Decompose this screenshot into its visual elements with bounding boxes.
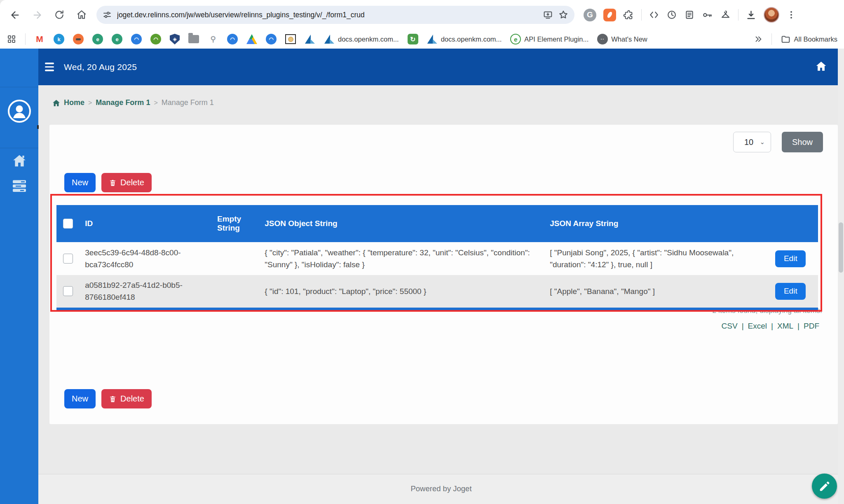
- breadcrumb-home-icon[interactable]: [52, 99, 60, 107]
- row-checkbox[interactable]: [63, 286, 73, 296]
- export-pdf-link[interactable]: PDF: [804, 322, 819, 331]
- bookmark-api-element-plugin[interactable]: e API Element Plugin...: [510, 34, 588, 44]
- show-button[interactable]: Show: [782, 132, 823, 152]
- green-swirl-icon: e: [92, 34, 103, 44]
- sidebar-user-avatar[interactable]: [7, 99, 31, 125]
- forward-button[interactable]: [27, 5, 47, 25]
- grey-folder-icon: [188, 35, 199, 43]
- grey-glyph-icon: ⚲: [208, 34, 218, 44]
- export-csv-link[interactable]: CSV: [722, 322, 738, 331]
- cell-id: a0581b92-27a5-41d2-b0b5-8766180ef418: [79, 275, 211, 309]
- bookmarks-overflow-button[interactable]: [754, 35, 763, 44]
- folder-icon: [781, 34, 791, 44]
- bookmark-grey-site[interactable]: ⚲: [208, 34, 218, 44]
- apps-grid-icon[interactable]: [7, 34, 16, 44]
- recycle-icon: ↻: [408, 34, 418, 44]
- page-size-select[interactable]: 10 ⌄: [733, 132, 771, 152]
- bookmark-kibana[interactable]: k: [54, 34, 64, 44]
- toolbar-separator: [641, 9, 642, 21]
- install-icon[interactable]: [543, 10, 553, 20]
- bookmark-green-square[interactable]: ↻: [408, 34, 418, 44]
- crud-table: ID Empty String JSON Object String JSON …: [56, 205, 818, 310]
- forward-icon: [32, 9, 43, 21]
- header-home-icon: [816, 61, 827, 71]
- bookmark-green-site-3[interactable]: ◠: [150, 34, 161, 44]
- history-icon[interactable]: [666, 9, 677, 20]
- url-text[interactable]: joget.dev.relinns.com/jw/web/userview/re…: [117, 11, 538, 19]
- bookmark-blue-site-1[interactable]: ◠: [131, 34, 142, 44]
- orange-extension-icon[interactable]: [603, 9, 616, 21]
- all-bookmarks-button[interactable]: All Bookmarks: [781, 34, 837, 44]
- grammarly-extension-icon[interactable]: G: [584, 9, 596, 21]
- select-all-checkbox[interactable]: [63, 219, 73, 229]
- bookmark-blue-site-2[interactable]: ◠: [227, 34, 238, 44]
- edit-button[interactable]: Edit: [775, 283, 806, 300]
- blue-swirl-icon: ◠: [266, 34, 277, 44]
- breadcrumb: Home > Manage Form 1 > Manage Form 1: [52, 98, 214, 107]
- feather-glyph: [607, 11, 613, 19]
- bookmark-gmail[interactable]: M: [34, 34, 45, 44]
- bookmark-star-icon[interactable]: [558, 9, 569, 20]
- reload-icon: [54, 9, 65, 20]
- bookmark-openkm-docs-b[interactable]: docs.openkm.com...: [427, 34, 502, 44]
- bookmark-label: docs.openkm.com...: [441, 35, 502, 43]
- menu-icon[interactable]: [45, 63, 54, 71]
- new-button[interactable]: New: [64, 173, 96, 192]
- downloads-icon[interactable]: [746, 9, 757, 21]
- page-scrollbar[interactable]: [838, 49, 844, 504]
- bookmark-openkm-1[interactable]: [305, 34, 315, 44]
- export-links: CSV | Excel | XML | PDF: [722, 322, 819, 331]
- header-home-button[interactable]: [816, 61, 827, 73]
- new-button[interactable]: New: [64, 389, 96, 408]
- list-card: 10 ⌄ Show New Delete ID: [49, 125, 838, 424]
- browser-toolbar: joget.dev.relinns.com/jw/web/userview/re…: [0, 0, 844, 30]
- edit-fab-button[interactable]: [812, 474, 837, 499]
- screen-artifact: [37, 125, 39, 129]
- hanger-extension-icon[interactable]: [720, 9, 731, 21]
- export-xml-link[interactable]: XML: [777, 322, 793, 331]
- shield-icon: ◈: [170, 34, 180, 44]
- bookmark-whats-new[interactable]: ·· What's New: [597, 34, 647, 44]
- bookmark-shield-site[interactable]: ◈: [170, 34, 180, 44]
- bookmark-openkm-docs-a[interactable]: docs.openkm.com...: [324, 34, 399, 44]
- bookmark-picture-site[interactable]: [285, 34, 296, 44]
- reading-list-icon[interactable]: [684, 9, 695, 20]
- delete-button[interactable]: Delete: [101, 173, 152, 192]
- address-bar[interactable]: joget.dev.relinns.com/jw/web/userview/re…: [96, 6, 574, 24]
- back-button[interactable]: [5, 5, 25, 25]
- breadcrumb-manage-form-link[interactable]: Manage Form 1: [96, 98, 150, 107]
- bookmark-blue-site-3[interactable]: ◠: [266, 34, 277, 44]
- site-settings-icon[interactable]: [102, 10, 112, 20]
- column-header-json-array[interactable]: JSON Array String: [544, 205, 763, 242]
- password-key-icon[interactable]: [702, 9, 713, 21]
- column-header-empty-string[interactable]: Empty String: [211, 205, 259, 242]
- sidebar-item-list[interactable]: [12, 180, 27, 194]
- reload-button[interactable]: [49, 5, 69, 25]
- browser-menu-icon[interactable]: [786, 10, 796, 20]
- bookmark-google-drive[interactable]: [246, 34, 257, 44]
- sidebar-item-home[interactable]: [12, 154, 26, 169]
- export-separator: |: [771, 322, 773, 331]
- row-checkbox[interactable]: [63, 254, 73, 264]
- table-header-row: ID Empty String JSON Object String JSON …: [56, 205, 818, 242]
- extensions-puzzle-icon[interactable]: [623, 9, 634, 21]
- bookmark-orange-app[interactable]: [73, 34, 84, 44]
- export-separator: |: [797, 322, 799, 331]
- scrollbar-thumb[interactable]: [839, 222, 843, 273]
- profile-avatar[interactable]: [764, 7, 779, 23]
- bookmark-folder-site[interactable]: [188, 35, 199, 43]
- delete-button[interactable]: Delete: [101, 389, 152, 408]
- edit-button[interactable]: Edit: [775, 250, 806, 267]
- browser-home-button[interactable]: [72, 5, 91, 25]
- footer-divider: [38, 474, 844, 474]
- column-header-id[interactable]: ID: [79, 205, 211, 242]
- export-excel-link[interactable]: Excel: [748, 322, 767, 331]
- drive-icon: [246, 34, 257, 44]
- breadcrumb-home-link[interactable]: Home: [64, 98, 84, 107]
- bookmark-green-site-2[interactable]: e: [112, 34, 122, 44]
- bookmark-green-site-1[interactable]: e: [92, 34, 103, 44]
- code-extension-icon[interactable]: [649, 9, 659, 20]
- annotation-rectangle: ID Empty String JSON Object String JSON …: [50, 194, 822, 312]
- column-header-json-object[interactable]: JSON Object String: [259, 205, 544, 242]
- app-header: Wed, 20 Aug 2025: [38, 49, 844, 85]
